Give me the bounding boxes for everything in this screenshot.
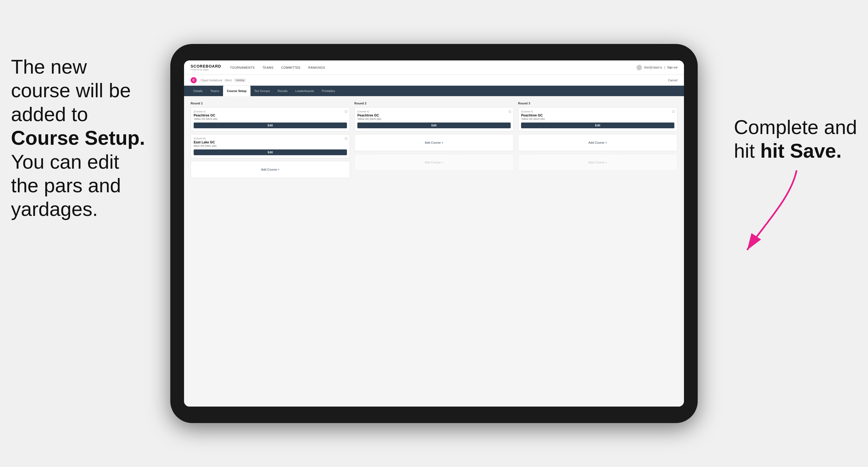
round2-add-course-text-2: Add Course + [425,161,443,164]
round3-course-a-name: Peachtree GC [521,114,674,117]
tab-leaderboards[interactable]: Leaderboards [291,86,318,96]
round2-course-a-name: Peachtree GC [358,114,510,117]
tournament-logo: C [191,77,197,83]
round3-course-a-info: Yellow (M) (6629 yds) [521,118,674,120]
round2-add-course-card-2: Add Course + [354,154,514,171]
tab-printables[interactable]: Printables [318,86,339,96]
annotation-right-line-2: hit Save. [760,140,842,162]
round1-add-course-card[interactable]: Add Course + [191,161,350,178]
round1-course-b-icon[interactable]: ⊡ [345,136,347,141]
top-nav: SCOREBOARD Powered by clippd TOURNAMENTS… [184,60,684,75]
annotation-right: Complete and hit hit Save. [734,115,857,163]
round3-course-a-icon[interactable]: ⊡ [672,110,675,114]
user-email: blair@clippd.io [644,66,662,69]
nav-committee[interactable]: COMMITTEE [281,66,301,69]
annotation-line-5: You can edit [11,151,119,173]
round1-course-a-icon[interactable]: ⊡ [345,110,347,114]
scoreboard-logo: SCOREBOARD Powered by clippd [191,64,221,71]
nav-rankings[interactable]: RANKINGS [308,66,325,69]
round2-add-course-card-1[interactable]: Add Course + [354,134,514,151]
round3-add-course-text-2: Add Course + [588,161,607,164]
rounds-container: Round 1 ⊡ (Course A) Peachtree GC Yellow… [191,102,677,181]
round2-course-a-tag: (Course A) [358,110,510,113]
tablet-screen: SCOREBOARD Powered by clippd TOURNAMENTS… [184,60,684,407]
round1-course-b-card: ⊡ (Course B) East Lake GC Black (M) (689… [191,134,350,158]
logo-main: SCOREBOARD [191,64,221,68]
round-3-column: Round 3 ⊡ (Course A) Peachtree GC Yellow… [518,102,677,181]
annotation-left: The new course will be added to Course S… [11,55,145,221]
sign-out-link[interactable]: Sign out [667,66,677,69]
tab-bar: Details Teams Course Setup Tee Groups Re… [184,86,684,96]
annotation-line-3: added to [11,103,88,125]
tab-details[interactable]: Details [189,86,207,96]
round1-course-b-edit-button[interactable]: Edit [194,150,347,155]
round1-course-a-info: Yellow (M) (6629 yds) [194,118,347,120]
tab-results[interactable]: Results [274,86,291,96]
round1-course-b-name: East Lake GC [194,141,347,144]
tournament-name-text: Clippd Invitational [200,79,222,82]
round3-add-course-card-1[interactable]: Add Course + [518,134,677,151]
cancel-button[interactable]: Cancel [668,79,677,82]
round2-add-course-text-1: Add Course + [425,141,443,144]
tab-teams[interactable]: Teams [207,86,223,96]
nav-right: blair@clippd.io | Sign out [637,65,677,70]
round1-add-course-text: Add Course + [261,168,280,171]
annotation-line-2: course will be [11,80,131,101]
tournament-bar: C Clippd Invitational (Men) Hosting Canc… [184,75,684,86]
round-3-label: Round 3 [518,102,677,105]
annotation-line-6: the pars and [11,175,121,196]
logo-sub: Powered by clippd [191,68,221,71]
round2-course-a-card: ⊡ (Course A) Peachtree GC Yellow (M) (66… [354,107,514,131]
round2-course-a-info: Yellow (M) (6629 yds) [358,118,510,120]
round1-course-a-edit-button[interactable]: Edit [194,123,347,128]
round-2-label: Round 2 [354,102,514,105]
round-2-column: Round 2 ⊡ (Course A) Peachtree GC Yellow… [354,102,514,181]
round1-course-a-tag: (Course A) [194,110,347,113]
arrow-right [731,165,813,258]
nav-links: TOURNAMENTS TEAMS COMMITTEE RANKINGS [230,66,637,69]
tab-tee-groups[interactable]: Tee Groups [250,86,274,96]
annotation-line-1: The new [11,56,87,78]
tournament-gender: (Men) [225,79,232,82]
round2-course-a-icon[interactable]: ⊡ [508,110,511,114]
round3-course-a-edit-button[interactable]: Edit [521,123,674,128]
user-avatar [637,65,642,70]
hosting-badge: Hosting [234,78,246,82]
tablet: SCOREBOARD Powered by clippd TOURNAMENTS… [170,44,698,423]
annotation-line-4: Course Setup. [11,127,145,149]
annotation-right-line-1: Complete and [734,116,857,138]
round-1-label: Round 1 [191,102,350,105]
content-area: Round 1 ⊡ (Course A) Peachtree GC Yellow… [184,96,684,407]
nav-tournaments[interactable]: TOURNAMENTS [230,66,255,69]
round1-course-b-info: Black (M) (6891 yds) [194,145,347,147]
round-1-column: Round 1 ⊡ (Course A) Peachtree GC Yellow… [191,102,350,181]
round3-add-course-card-2: Add Course + [518,154,677,171]
nav-teams[interactable]: TEAMS [262,66,273,69]
round1-course-a-name: Peachtree GC [194,114,347,117]
round3-course-a-card: ⊡ (Course A) Peachtree GC Yellow (M) (66… [518,107,677,131]
round2-course-a-edit-button[interactable]: Edit [358,123,510,128]
round1-course-b-tag: (Course B) [194,137,347,140]
annotation-line-7: yardages. [11,198,98,220]
round1-course-a-card: ⊡ (Course A) Peachtree GC Yellow (M) (66… [191,107,350,131]
separator: | [664,66,665,69]
tournament-name: Clippd Invitational (Men) [199,78,232,82]
round3-add-course-text-1: Add Course + [588,141,607,144]
round3-course-a-tag: (Course A) [521,110,674,113]
tab-course-setup[interactable]: Course Setup [223,86,250,96]
